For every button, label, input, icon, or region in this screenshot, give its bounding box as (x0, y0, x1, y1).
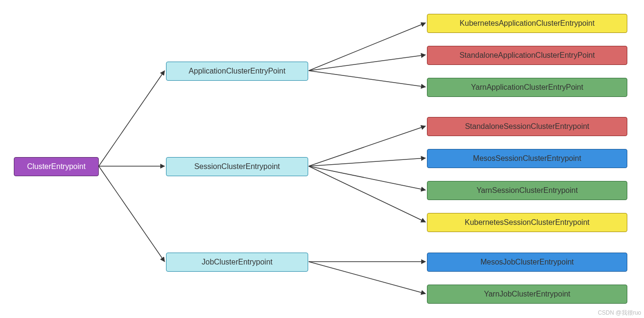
svg-line-11 (309, 262, 426, 294)
svg-line-3 (309, 23, 426, 71)
svg-line-8 (309, 166, 426, 190)
node-label: ApplicationClusterEntryPoint (189, 67, 286, 75)
svg-line-9 (309, 166, 426, 222)
node-label: KubernetesSessionClusterEntrypoint (465, 218, 589, 227)
node-label: KubernetesApplicationClusterEntrypoint (460, 19, 595, 28)
node-label: YarnSessionClusterEntrypoint (477, 186, 578, 195)
svg-line-7 (309, 158, 426, 166)
node-label: StandaloneSessionClusterEntrypoint (465, 122, 590, 131)
node-mesos-job-cluster-entrypoint: MesosJobClusterEntrypoint (427, 253, 627, 272)
node-yarn-session-cluster-entrypoint: YarnSessionClusterEntrypoint (427, 181, 627, 200)
watermark-text: CSDN @我很ruo (598, 309, 641, 317)
node-label: JobClusterEntrypoint (202, 258, 273, 266)
node-kubernetes-application-cluster-entrypoint: KubernetesApplicationClusterEntrypoint (427, 14, 627, 33)
node-yarn-application-cluster-entrypoint: YarnApplicationClusterEntryPoint (427, 78, 627, 97)
node-label: ClusterEntrypoint (27, 162, 86, 171)
svg-line-0 (99, 71, 165, 166)
node-application-cluster-entrypoint: ApplicationClusterEntryPoint (166, 62, 308, 81)
node-yarn-job-cluster-entrypoint: YarnJobClusterEntrypoint (427, 285, 627, 304)
svg-line-5 (309, 71, 426, 87)
node-mesos-session-cluster-entrypoint: MesosSessionClusterEntrypoint (427, 149, 627, 168)
node-label: SessionClusterEntrypoint (194, 162, 280, 171)
node-cluster-entrypoint: ClusterEntrypoint (14, 157, 99, 176)
node-label: MesosJobClusterEntrypoint (480, 258, 574, 266)
node-label: YarnJobClusterEntrypoint (484, 290, 570, 298)
node-session-cluster-entrypoint: SessionClusterEntrypoint (166, 157, 308, 176)
node-kubernetes-session-cluster-entrypoint: KubernetesSessionClusterEntrypoint (427, 213, 627, 232)
node-label: YarnApplicationClusterEntryPoint (471, 83, 583, 92)
node-label: StandaloneApplicationClusterEntryPoint (459, 51, 595, 60)
svg-line-4 (309, 55, 426, 71)
node-job-cluster-entrypoint: JobClusterEntrypoint (166, 253, 308, 272)
node-standalone-application-cluster-entrypoint: StandaloneApplicationClusterEntryPoint (427, 46, 627, 65)
watermark-label: CSDN @我很ruo (598, 309, 641, 316)
svg-line-6 (309, 126, 426, 166)
node-label: MesosSessionClusterEntrypoint (473, 154, 582, 163)
node-standalone-session-cluster-entrypoint: StandaloneSessionClusterEntrypoint (427, 117, 627, 136)
svg-line-2 (99, 166, 165, 262)
